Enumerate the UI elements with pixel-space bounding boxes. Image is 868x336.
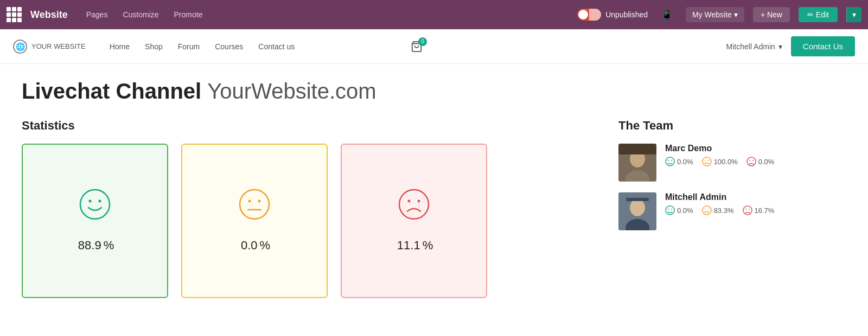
svg-rect-28 — [626, 198, 649, 201]
svg-rect-14 — [618, 144, 656, 154]
admin-dropdown[interactable]: Mitchell Admin ▾ — [726, 42, 782, 51]
member-avatar-0 — [618, 144, 656, 182]
svg-point-16 — [668, 160, 669, 161]
svg-point-30 — [668, 209, 669, 210]
svg-point-33 — [705, 209, 706, 210]
svg-point-4 — [240, 190, 269, 219]
my-website-button[interactable]: My Website ▾ — [686, 7, 744, 22]
mini-happy-icon-0 — [665, 157, 675, 166]
site-nav-forum[interactable]: Forum — [171, 39, 206, 54]
member-stat-neutral-0: 100.0% — [702, 157, 738, 166]
team-member-1: Mitchell Admin 0.0% — [618, 192, 846, 230]
admin-name: Mitchell Admin — [726, 42, 775, 51]
grid-menu-icon[interactable] — [7, 7, 22, 22]
mini-sad-icon-0 — [746, 157, 756, 166]
logo-text: YOUR WEBSITE — [31, 42, 86, 50]
svg-point-15 — [666, 157, 674, 166]
happy-face-icon — [79, 188, 111, 221]
member-info-0: Marc Demo 0.0% — [665, 144, 846, 166]
statistics-title: Statistics — [22, 119, 586, 133]
team-member-0: Marc Demo 0.0% — [618, 144, 846, 182]
statistics-section: Statistics 88.9% — [22, 119, 586, 298]
svg-point-2 — [89, 199, 92, 202]
team-title: The Team — [618, 119, 846, 133]
globe-icon: 🌐 — [13, 40, 27, 54]
edit-button[interactable]: ✏ Edit — [799, 7, 838, 22]
svg-point-34 — [708, 209, 709, 210]
site-logo: 🌐 YOUR WEBSITE — [13, 40, 86, 54]
member-stats-0: 0.0% 100.0% — [665, 157, 846, 166]
top-nav-promote[interactable]: Promote — [169, 7, 208, 22]
svg-point-19 — [705, 160, 706, 161]
svg-point-20 — [708, 160, 709, 161]
stats-cards: 88.9% 0.0% — [22, 144, 586, 298]
svg-point-8 — [399, 190, 429, 219]
brand-label: Website — [30, 9, 68, 21]
mini-neutral-icon-0 — [702, 157, 712, 166]
svg-point-3 — [99, 199, 101, 202]
site-nav-courses[interactable]: Courses — [208, 39, 250, 54]
svg-point-5 — [248, 199, 251, 202]
member-stat-sad-0: 0.0% — [746, 157, 775, 166]
stat-value-sad: 11.1% — [395, 231, 433, 254]
site-nav: Home Shop Forum Courses Contact us — [103, 39, 406, 54]
cart-icon[interactable]: 0 — [411, 41, 423, 53]
member-name-0: Marc Demo — [665, 144, 846, 153]
unpublished-toggle[interactable]: Unpublished — [577, 9, 648, 21]
stat-card-sad: 11.1% — [341, 144, 487, 298]
mini-happy-icon-1 — [665, 205, 675, 215]
svg-point-1 — [80, 190, 110, 219]
svg-point-10 — [418, 199, 420, 202]
main-content: Livechat Channel YourWebsite.com Statist… — [0, 64, 868, 320]
top-nav-customize[interactable]: Customize — [117, 7, 164, 22]
mini-neutral-icon-1 — [702, 205, 712, 215]
member-stat-happy-1: 0.0% — [665, 205, 693, 215]
member-avatar-1 — [618, 192, 656, 230]
stat-card-happy: 88.9% — [22, 144, 168, 298]
admin-chevron-icon: ▾ — [778, 42, 782, 51]
svg-point-17 — [671, 160, 672, 161]
new-button[interactable]: + New — [753, 7, 790, 22]
svg-point-6 — [258, 199, 261, 202]
stat-value-happy: 88.9% — [76, 231, 114, 254]
page-title: Livechat Channel YourWebsite.com — [22, 79, 846, 104]
svg-point-38 — [749, 209, 750, 210]
svg-point-18 — [703, 157, 711, 166]
svg-point-9 — [408, 199, 411, 202]
mobile-preview-icon[interactable]: 📱 — [656, 7, 677, 23]
svg-point-31 — [671, 209, 672, 210]
toggle-knob — [578, 10, 588, 20]
svg-point-22 — [747, 157, 756, 166]
member-stat-sad-1: 16.7% — [743, 205, 775, 215]
page-title-sub: YourWebsite.com — [207, 79, 376, 103]
team-section: The Team Marc Demo — [618, 119, 846, 298]
svg-point-23 — [749, 160, 750, 161]
svg-point-37 — [745, 209, 746, 210]
svg-point-24 — [752, 160, 754, 161]
chevron-down-icon: ▾ — [734, 10, 738, 19]
member-stat-neutral-1: 83.3% — [702, 205, 734, 215]
svg-point-36 — [743, 206, 752, 215]
site-nav-home[interactable]: Home — [103, 39, 136, 54]
unpublished-label: Unpublished — [605, 10, 648, 19]
top-bar: Website Pages Customize Promote Unpublis… — [0, 0, 868, 29]
sad-face-icon — [398, 188, 430, 221]
site-nav-contact[interactable]: Contact us — [252, 39, 301, 54]
member-stats-1: 0.0% 83.3% — [665, 205, 846, 215]
cart-badge: 0 — [418, 37, 427, 46]
edit-caret-button[interactable]: ▾ — [846, 7, 861, 22]
svg-point-32 — [703, 206, 711, 215]
top-nav: Pages Customize Promote — [81, 7, 208, 22]
site-nav-shop[interactable]: Shop — [138, 39, 169, 54]
stat-card-neutral: 0.0% — [181, 144, 328, 298]
top-nav-pages[interactable]: Pages — [81, 7, 113, 22]
contact-us-button[interactable]: Contact Us — [791, 36, 855, 56]
member-info-1: Mitchell Admin 0.0% — [665, 192, 846, 215]
page-title-main: Livechat Channel — [22, 79, 201, 103]
toggle-switch[interactable] — [577, 9, 601, 21]
stat-value-neutral: 0.0% — [239, 231, 270, 254]
mini-sad-icon-1 — [743, 205, 752, 215]
member-name-1: Mitchell Admin — [665, 192, 846, 202]
site-header: 🌐 YOUR WEBSITE Home Shop Forum Courses C… — [0, 29, 868, 64]
member-photo-0 — [618, 144, 656, 182]
